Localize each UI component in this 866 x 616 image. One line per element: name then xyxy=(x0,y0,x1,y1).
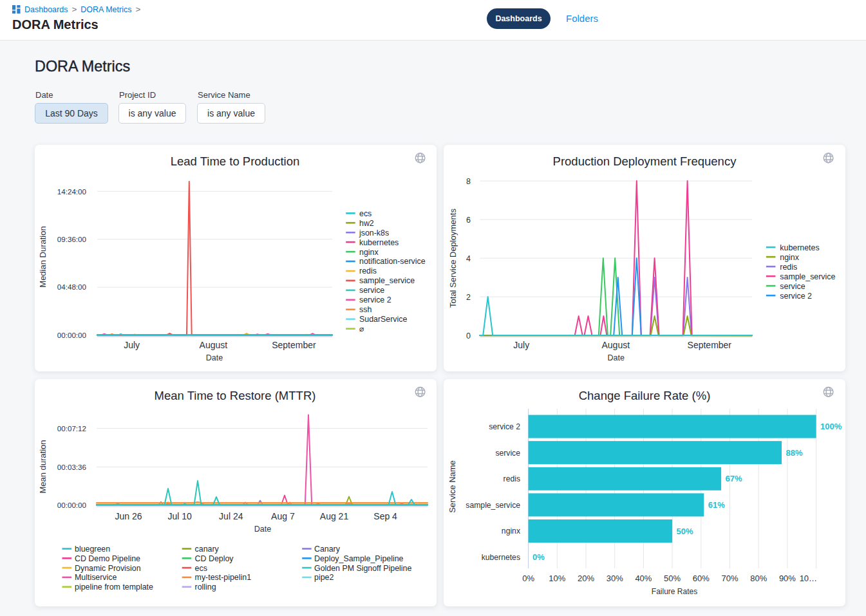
svg-text:40%: 40% xyxy=(635,574,652,583)
svg-text:kubernetes: kubernetes xyxy=(780,243,819,252)
svg-text:Lead Time to Production: Lead Time to Production xyxy=(171,154,300,167)
svg-text:CD Demo Pipeline: CD Demo Pipeline xyxy=(75,554,140,563)
svg-text:Sep 4: Sep 4 xyxy=(373,511,397,521)
svg-text:90%: 90% xyxy=(779,574,796,583)
svg-text:notification-service: notification-service xyxy=(359,257,426,266)
svg-text:service: service xyxy=(359,286,384,295)
svg-text:redis: redis xyxy=(359,266,377,275)
svg-text:bluegreen: bluegreen xyxy=(75,545,110,554)
svg-text:Dynamic Provision: Dynamic Provision xyxy=(75,564,141,573)
svg-text:SudarService: SudarService xyxy=(359,315,407,324)
svg-text:json-k8s: json-k8s xyxy=(359,228,389,237)
svg-text:100%: 100% xyxy=(820,422,842,431)
svg-text:Date: Date xyxy=(206,353,223,362)
svg-text:04:48:00: 04:48:00 xyxy=(57,283,86,291)
svg-text:Mean duration: Mean duration xyxy=(38,440,48,493)
svg-text:Jun 26: Jun 26 xyxy=(115,511,142,521)
svg-text:ecs: ecs xyxy=(195,564,207,573)
svg-text:88%: 88% xyxy=(786,448,802,458)
svg-text:sample_service: sample_service xyxy=(466,501,520,510)
svg-text:kubernetes: kubernetes xyxy=(359,238,399,247)
svg-text:50%: 50% xyxy=(664,574,681,583)
svg-text:Aug 21: Aug 21 xyxy=(320,511,349,521)
svg-text:60%: 60% xyxy=(693,574,710,583)
svg-text:Mean Time to Restore (MTTR): Mean Time to Restore (MTTR) xyxy=(155,389,316,402)
svg-text:Date: Date xyxy=(608,353,625,362)
svg-text:nginx: nginx xyxy=(502,527,520,536)
svg-text:00:00:00: 00:00:00 xyxy=(57,331,86,339)
svg-text:8: 8 xyxy=(466,176,471,185)
svg-text:my-test-pipelin1: my-test-pipelin1 xyxy=(195,573,252,582)
svg-text:service 2: service 2 xyxy=(489,422,520,431)
svg-text:ssh: ssh xyxy=(359,305,372,314)
svg-text:nginx: nginx xyxy=(359,247,379,256)
svg-text:rolling: rolling xyxy=(195,583,216,592)
svg-text:80%: 80% xyxy=(750,574,767,583)
svg-text:Change Failure Rate (%): Change Failure Rate (%) xyxy=(579,389,711,402)
svg-text:Canary: Canary xyxy=(314,545,341,554)
svg-text:Multiservice: Multiservice xyxy=(75,573,117,582)
svg-text:09:36:00: 09:36:00 xyxy=(57,234,86,243)
svg-text:July: July xyxy=(124,339,140,350)
svg-text:Golden PM Signoff Pipeline: Golden PM Signoff Pipeline xyxy=(314,564,411,573)
svg-text:00:03:36: 00:03:36 xyxy=(57,463,86,471)
svg-text:Jul 24: Jul 24 xyxy=(219,511,243,521)
svg-text:redis: redis xyxy=(504,474,520,483)
svg-text:Production Deployment Frequenc: Production Deployment Frequency xyxy=(553,154,737,167)
svg-text:67%: 67% xyxy=(726,474,742,483)
svg-text:6: 6 xyxy=(466,215,471,224)
svg-text:nginx: nginx xyxy=(780,252,799,261)
svg-text:⌀: ⌀ xyxy=(359,324,364,333)
svg-text:July: July xyxy=(513,339,529,350)
svg-text:Total Service Deployments: Total Service Deployments xyxy=(448,208,458,307)
svg-text:service 2: service 2 xyxy=(780,291,812,300)
svg-text:pipe2: pipe2 xyxy=(314,573,334,582)
svg-text:September: September xyxy=(272,339,316,350)
svg-text:September: September xyxy=(688,339,732,350)
svg-text:service: service xyxy=(495,449,520,458)
svg-text:61%: 61% xyxy=(708,500,725,510)
svg-text:sample_service: sample_service xyxy=(359,276,415,285)
svg-text:CD Deploy: CD Deploy xyxy=(195,554,234,563)
svg-text:kubernetes: kubernetes xyxy=(482,553,520,562)
svg-text:sample_service: sample_service xyxy=(780,272,835,281)
svg-text:00:00:00: 00:00:00 xyxy=(57,501,86,509)
svg-text:00:07:12: 00:07:12 xyxy=(57,424,86,433)
svg-text:0: 0 xyxy=(466,331,471,340)
svg-text:ecs: ecs xyxy=(359,209,372,218)
svg-text:Service Name: Service Name xyxy=(447,460,457,513)
svg-text:service: service xyxy=(780,281,805,290)
svg-text:hw2: hw2 xyxy=(359,218,374,227)
svg-text:0%: 0% xyxy=(532,552,545,562)
svg-text:50%: 50% xyxy=(677,527,693,536)
svg-text:70%: 70% xyxy=(721,574,738,583)
svg-text:20%: 20% xyxy=(578,574,594,583)
svg-text:4: 4 xyxy=(466,254,471,263)
svg-text:Median Duration: Median Duration xyxy=(38,226,48,287)
svg-text:Deploy_Sample_Pipeline: Deploy_Sample_Pipeline xyxy=(314,554,404,563)
svg-text:August: August xyxy=(602,339,630,350)
svg-text:Aug 7: Aug 7 xyxy=(271,511,295,521)
svg-text:14:24:00: 14:24:00 xyxy=(57,187,86,195)
svg-text:Failure Rates: Failure Rates xyxy=(652,587,697,596)
svg-text:service 2: service 2 xyxy=(359,295,391,304)
svg-text:pipeline from template: pipeline from template xyxy=(75,583,153,592)
svg-text:Jul 10: Jul 10 xyxy=(168,511,193,521)
svg-text:August: August xyxy=(200,339,228,350)
svg-text:canary: canary xyxy=(195,545,220,554)
svg-text:10%: 10% xyxy=(549,574,565,583)
svg-text:2: 2 xyxy=(466,292,471,301)
svg-text:redis: redis xyxy=(780,262,797,271)
svg-text:30%: 30% xyxy=(607,574,623,583)
svg-text:Date: Date xyxy=(254,525,271,534)
svg-text:10…: 10… xyxy=(800,574,817,583)
svg-text:0%: 0% xyxy=(522,574,534,583)
